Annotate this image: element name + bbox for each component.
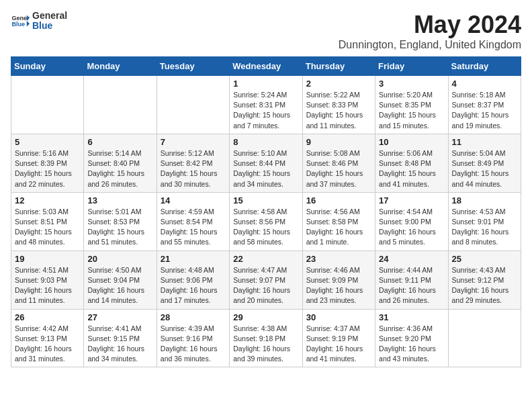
day-info: Sunrise: 5:18 AM Sunset: 8:37 PM Dayligh…	[452, 90, 517, 131]
day-info: Sunrise: 5:01 AM Sunset: 8:53 PM Dayligh…	[87, 207, 152, 248]
day-info: Sunrise: 5:24 AM Sunset: 8:31 PM Dayligh…	[233, 90, 298, 131]
calendar-cell: 6Sunrise: 5:14 AM Sunset: 8:40 PM Daylig…	[84, 134, 157, 192]
calendar-cell: 10Sunrise: 5:06 AM Sunset: 8:48 PM Dayli…	[375, 134, 448, 192]
day-of-week-header: Saturday	[448, 57, 521, 76]
day-info: Sunrise: 5:10 AM Sunset: 8:44 PM Dayligh…	[233, 148, 298, 189]
calendar-cell: 1Sunrise: 5:24 AM Sunset: 8:31 PM Daylig…	[230, 76, 302, 134]
calendar-cell: 30Sunrise: 4:37 AM Sunset: 9:19 PM Dayli…	[302, 309, 375, 367]
calendar-cell: 23Sunrise: 4:46 AM Sunset: 9:09 PM Dayli…	[302, 250, 375, 309]
calendar-header-row: SundayMondayTuesdayWednesdayThursdayFrid…	[11, 57, 521, 76]
calendar-cell: 3Sunrise: 5:20 AM Sunset: 8:35 PM Daylig…	[375, 76, 448, 134]
day-info: Sunrise: 4:53 AM Sunset: 9:01 PM Dayligh…	[452, 207, 517, 248]
calendar-week-row: 19Sunrise: 4:51 AM Sunset: 9:03 PM Dayli…	[11, 250, 521, 309]
day-number: 9	[306, 137, 371, 147]
day-info: Sunrise: 5:06 AM Sunset: 8:48 PM Dayligh…	[379, 148, 444, 189]
day-number: 24	[379, 254, 444, 264]
calendar-cell: 28Sunrise: 4:39 AM Sunset: 9:16 PM Dayli…	[157, 309, 229, 367]
day-number: 10	[379, 137, 444, 147]
day-number: 18	[452, 195, 517, 205]
day-of-week-header: Monday	[84, 57, 157, 76]
calendar-cell: 11Sunrise: 5:04 AM Sunset: 8:49 PM Dayli…	[448, 134, 521, 192]
calendar-cell: 17Sunrise: 4:54 AM Sunset: 9:00 PM Dayli…	[375, 192, 448, 250]
day-info: Sunrise: 4:46 AM Sunset: 9:09 PM Dayligh…	[306, 265, 371, 306]
day-number: 14	[161, 195, 226, 205]
day-info: Sunrise: 4:36 AM Sunset: 9:20 PM Dayligh…	[379, 324, 444, 365]
calendar-cell: 8Sunrise: 5:10 AM Sunset: 8:44 PM Daylig…	[230, 134, 302, 192]
calendar-cell: 4Sunrise: 5:18 AM Sunset: 8:37 PM Daylig…	[448, 76, 521, 134]
day-number: 8	[233, 137, 298, 147]
day-number: 17	[379, 195, 444, 205]
calendar-cell: 31Sunrise: 4:36 AM Sunset: 9:20 PM Dayli…	[375, 309, 448, 367]
day-info: Sunrise: 4:44 AM Sunset: 9:11 PM Dayligh…	[379, 265, 444, 306]
day-info: Sunrise: 4:42 AM Sunset: 9:13 PM Dayligh…	[15, 324, 80, 365]
logo-general-text: General	[32, 11, 67, 21]
calendar-cell	[84, 76, 157, 134]
calendar-cell	[448, 309, 521, 367]
calendar-week-row: 5Sunrise: 5:16 AM Sunset: 8:39 PM Daylig…	[11, 134, 521, 192]
day-info: Sunrise: 5:16 AM Sunset: 8:39 PM Dayligh…	[15, 148, 80, 189]
day-number: 23	[306, 254, 371, 264]
month-year-title: May 2024	[339, 11, 521, 39]
calendar-cell	[157, 76, 229, 134]
day-info: Sunrise: 4:43 AM Sunset: 9:12 PM Dayligh…	[452, 265, 517, 306]
calendar-cell: 20Sunrise: 4:50 AM Sunset: 9:04 PM Dayli…	[84, 250, 157, 309]
logo-icon: General Blue	[11, 11, 30, 30]
calendar-cell: 16Sunrise: 4:56 AM Sunset: 8:58 PM Dayli…	[302, 192, 375, 250]
day-of-week-header: Friday	[375, 57, 448, 76]
day-number: 5	[15, 137, 80, 147]
day-number: 26	[15, 312, 80, 322]
calendar-week-row: 1Sunrise: 5:24 AM Sunset: 8:31 PM Daylig…	[11, 76, 521, 134]
day-number: 7	[161, 137, 226, 147]
calendar-cell: 2Sunrise: 5:22 AM Sunset: 8:33 PM Daylig…	[302, 76, 375, 134]
day-number: 29	[233, 312, 298, 322]
calendar-table: SundayMondayTuesdayWednesdayThursdayFrid…	[11, 56, 521, 367]
day-number: 20	[87, 254, 152, 264]
calendar-week-row: 26Sunrise: 4:42 AM Sunset: 9:13 PM Dayli…	[11, 309, 521, 367]
calendar-cell: 21Sunrise: 4:48 AM Sunset: 9:06 PM Dayli…	[157, 250, 229, 309]
day-number: 15	[233, 195, 298, 205]
day-number: 13	[87, 195, 152, 205]
calendar-cell: 18Sunrise: 4:53 AM Sunset: 9:01 PM Dayli…	[448, 192, 521, 250]
day-info: Sunrise: 4:59 AM Sunset: 8:54 PM Dayligh…	[161, 207, 226, 248]
day-info: Sunrise: 5:22 AM Sunset: 8:33 PM Dayligh…	[306, 90, 371, 131]
day-number: 6	[87, 137, 152, 147]
calendar-cell: 29Sunrise: 4:38 AM Sunset: 9:18 PM Dayli…	[230, 309, 302, 367]
day-info: Sunrise: 4:38 AM Sunset: 9:18 PM Dayligh…	[233, 324, 298, 365]
day-info: Sunrise: 4:39 AM Sunset: 9:16 PM Dayligh…	[161, 324, 226, 365]
day-info: Sunrise: 4:48 AM Sunset: 9:06 PM Dayligh…	[161, 265, 226, 306]
calendar-cell	[11, 76, 84, 134]
day-info: Sunrise: 4:41 AM Sunset: 9:15 PM Dayligh…	[87, 324, 152, 365]
calendar-cell: 9Sunrise: 5:08 AM Sunset: 8:46 PM Daylig…	[302, 134, 375, 192]
calendar-cell: 19Sunrise: 4:51 AM Sunset: 9:03 PM Dayli…	[11, 250, 84, 309]
logo-blue-text: Blue	[32, 21, 67, 31]
svg-text:Blue: Blue	[11, 21, 25, 28]
day-info: Sunrise: 4:51 AM Sunset: 9:03 PM Dayligh…	[15, 265, 80, 306]
day-info: Sunrise: 5:08 AM Sunset: 8:46 PM Dayligh…	[306, 148, 371, 189]
day-number: 16	[306, 195, 371, 205]
calendar-cell: 15Sunrise: 4:58 AM Sunset: 8:56 PM Dayli…	[230, 192, 302, 250]
day-info: Sunrise: 4:54 AM Sunset: 9:00 PM Dayligh…	[379, 207, 444, 248]
calendar-cell: 26Sunrise: 4:42 AM Sunset: 9:13 PM Dayli…	[11, 309, 84, 367]
day-of-week-header: Thursday	[302, 57, 375, 76]
calendar-cell: 13Sunrise: 5:01 AM Sunset: 8:53 PM Dayli…	[84, 192, 157, 250]
day-info: Sunrise: 4:56 AM Sunset: 8:58 PM Dayligh…	[306, 207, 371, 248]
day-number: 19	[15, 254, 80, 264]
day-number: 30	[306, 312, 371, 322]
day-of-week-header: Tuesday	[157, 57, 229, 76]
day-number: 28	[161, 312, 226, 322]
day-number: 4	[452, 79, 517, 89]
location-text: Dunnington, England, United Kingdom	[339, 39, 521, 51]
day-of-week-header: Wednesday	[230, 57, 302, 76]
calendar-cell: 24Sunrise: 4:44 AM Sunset: 9:11 PM Dayli…	[375, 250, 448, 309]
day-number: 1	[233, 79, 298, 89]
day-info: Sunrise: 4:47 AM Sunset: 9:07 PM Dayligh…	[233, 265, 298, 306]
day-info: Sunrise: 5:03 AM Sunset: 8:51 PM Dayligh…	[15, 207, 80, 248]
day-number: 25	[452, 254, 517, 264]
calendar-cell: 22Sunrise: 4:47 AM Sunset: 9:07 PM Dayli…	[230, 250, 302, 309]
calendar-cell: 7Sunrise: 5:12 AM Sunset: 8:42 PM Daylig…	[157, 134, 229, 192]
day-number: 3	[379, 79, 444, 89]
day-number: 2	[306, 79, 371, 89]
calendar-cell: 5Sunrise: 5:16 AM Sunset: 8:39 PM Daylig…	[11, 134, 84, 192]
calendar-week-row: 12Sunrise: 5:03 AM Sunset: 8:51 PM Dayli…	[11, 192, 521, 250]
day-info: Sunrise: 4:58 AM Sunset: 8:56 PM Dayligh…	[233, 207, 298, 248]
